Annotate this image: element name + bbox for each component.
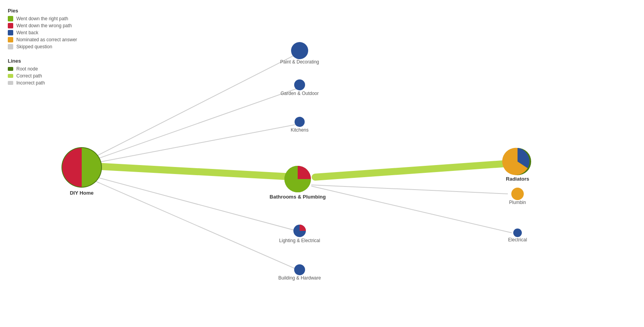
kitchens-label: Kitchens [291, 127, 309, 133]
line-diy-paint [82, 53, 300, 164]
bathrooms-label: Bathrooms & Plumbing [270, 194, 326, 200]
line-diy-bathrooms-correct [82, 165, 298, 177]
plumbing-label: Plumbin [509, 200, 526, 205]
line-bathrooms-electrical [311, 186, 512, 233]
plumbing-node [511, 188, 524, 200]
paint-label: Paint & Decorating [280, 59, 319, 65]
building-label: Building & Hardware [278, 275, 321, 281]
line-bathrooms-plumbing [311, 185, 508, 194]
line-diy-garden [82, 88, 300, 164]
electrical-label: Electrical [508, 237, 527, 243]
garden-label: Garden & Outdoor [281, 91, 319, 96]
kitchens-node [295, 117, 305, 127]
lighting-label: Lighting & Electrical [279, 238, 320, 243]
electrical-node [513, 229, 522, 237]
bathrooms-pie-green [298, 179, 311, 192]
bathrooms-pie-red [298, 166, 311, 179]
lighting-pie-red [300, 225, 306, 231]
building-node [294, 264, 305, 275]
diy-home-label: DIY Home [70, 190, 93, 196]
diy-home-pie-green [82, 148, 101, 187]
paint-node [291, 42, 308, 59]
graph-svg: DIY Home Paint & Decorating Garden & Out… [0, 0, 644, 327]
line-bathrooms-radiators-correct [315, 164, 508, 177]
bathrooms-pie-green2 [284, 166, 298, 192]
diy-home-pie-red [62, 148, 82, 187]
radiators-label: Radiators [506, 176, 529, 182]
garden-node [294, 79, 305, 90]
line-diy-kitchens [82, 124, 300, 165]
